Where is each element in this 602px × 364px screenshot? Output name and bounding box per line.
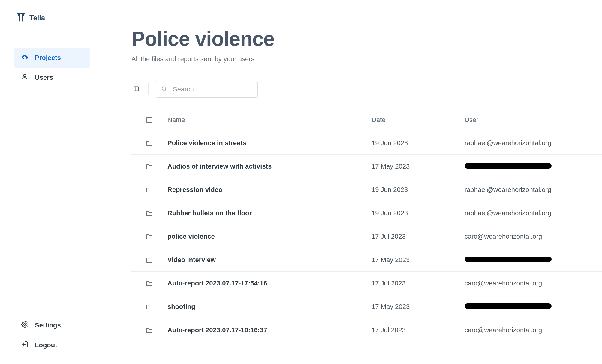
row-date: 19 Jun 2023 [372, 186, 465, 194]
page-title: Police violence [131, 27, 602, 50]
svg-point-1 [24, 324, 26, 325]
header-date[interactable]: Date [372, 116, 465, 124]
folder-icon [131, 234, 167, 240]
row-user: caro@wearehorizontal.org [465, 326, 602, 334]
svg-rect-2 [134, 87, 139, 91]
table-row[interactable]: Auto-report 2023.07.17-17:54:1617 Jul 20… [131, 272, 602, 295]
redacted-text [465, 257, 552, 262]
search-icon [161, 86, 167, 93]
sidebar-item-logout[interactable]: Logout [14, 335, 90, 355]
table-row[interactable]: Video interview17 May 2023 [131, 248, 602, 272]
row-name: shooting [167, 303, 372, 311]
brand: Tella [0, 12, 104, 48]
row-name: police violence [167, 233, 372, 240]
svg-point-0 [23, 74, 26, 77]
folder-icon [131, 304, 167, 310]
row-date: 17 Jul 2023 [372, 233, 465, 240]
header-user[interactable]: User [465, 116, 602, 124]
file-table: Name Date User Police violence in street… [131, 109, 602, 342]
page-subtitle: All the files and reports sent by your u… [131, 55, 602, 63]
table-row[interactable]: police violence17 Jul 2023caro@wearehori… [131, 225, 602, 248]
sidebar-item-label: Logout [35, 341, 57, 349]
row-user: raphael@wearehorizontal.org [465, 209, 602, 217]
sidebar-item-label: Users [35, 74, 53, 82]
folder-icon [131, 327, 167, 333]
table-row[interactable]: Police violence in streets19 Jun 2023rap… [131, 131, 602, 155]
cloud-upload-icon [21, 53, 28, 62]
gear-icon [21, 321, 28, 330]
sidebar: Tella Projects Users Settings L [0, 0, 104, 364]
row-date: 19 Jun 2023 [372, 139, 465, 147]
folder-icon [131, 140, 167, 146]
row-name: Repression video [167, 186, 372, 194]
nav-bottom: Settings Logout [0, 315, 104, 355]
svg-point-4 [162, 87, 166, 90]
user-icon [21, 73, 28, 82]
redacted-text [465, 303, 552, 309]
table-row[interactable]: Rubber bullets on the floor19 Jun 2023ra… [131, 201, 602, 225]
row-date: 17 May 2023 [372, 303, 465, 311]
search-input[interactable] [156, 81, 258, 98]
row-name: Auto-report 2023.07.17-17:54:16 [167, 279, 372, 287]
sidebar-item-users[interactable]: Users [14, 68, 90, 88]
folder-icon [131, 187, 167, 193]
search-wrapper [156, 81, 258, 98]
folder-icon [131, 280, 167, 286]
svg-line-5 [165, 90, 167, 91]
panel-icon [133, 86, 139, 93]
row-date: 19 Jun 2023 [372, 209, 465, 217]
table-row[interactable]: shooting17 May 2023 [131, 295, 602, 318]
toolbar [131, 81, 602, 98]
row-date: 17 Jul 2023 [372, 326, 465, 334]
brand-logo-icon [17, 12, 25, 24]
row-date: 17 Jul 2023 [372, 279, 465, 287]
folder-icon [131, 163, 167, 169]
row-user: caro@wearehorizontal.org [465, 279, 602, 287]
sidebar-item-label: Settings [35, 321, 61, 329]
header-name[interactable]: Name [167, 116, 372, 124]
redacted-text [465, 163, 552, 169]
table-row[interactable]: Repression video19 Jun 2023raphael@weare… [131, 178, 602, 201]
row-user [465, 256, 602, 264]
row-user: raphael@wearehorizontal.org [465, 186, 602, 194]
sidebar-item-label: Projects [35, 54, 61, 62]
table-header: Name Date User [131, 109, 602, 131]
table-row[interactable]: Audios of interview with activists17 May… [131, 155, 602, 178]
row-name: Video interview [167, 256, 372, 264]
brand-name: Tella [29, 14, 45, 22]
row-name: Police violence in streets [167, 139, 372, 147]
toolbar-divider [148, 83, 149, 95]
main-content: Police violence All the files and report… [104, 0, 602, 364]
logout-icon [21, 341, 28, 350]
folder-icon [131, 257, 167, 263]
sidebar-item-projects[interactable]: Projects [14, 48, 90, 68]
row-user [465, 303, 602, 311]
row-user: caro@wearehorizontal.org [465, 233, 602, 240]
row-date: 17 May 2023 [372, 256, 465, 264]
nav-main: Projects Users [0, 48, 104, 88]
select-all-checkbox[interactable] [146, 117, 152, 123]
panel-toggle-button[interactable] [131, 85, 141, 94]
row-user: raphael@wearehorizontal.org [465, 139, 602, 147]
row-name: Auto-report 2023.07.17-10:16:37 [167, 326, 372, 334]
row-name: Rubber bullets on the floor [167, 209, 372, 217]
table-body: Police violence in streets19 Jun 2023rap… [131, 131, 602, 342]
row-name: Audios of interview with activists [167, 163, 372, 170]
sidebar-item-settings[interactable]: Settings [14, 315, 90, 335]
row-user [465, 163, 602, 170]
row-date: 17 May 2023 [372, 163, 465, 170]
table-row[interactable]: Auto-report 2023.07.17-10:16:3717 Jul 20… [131, 318, 602, 342]
folder-icon [131, 210, 167, 216]
